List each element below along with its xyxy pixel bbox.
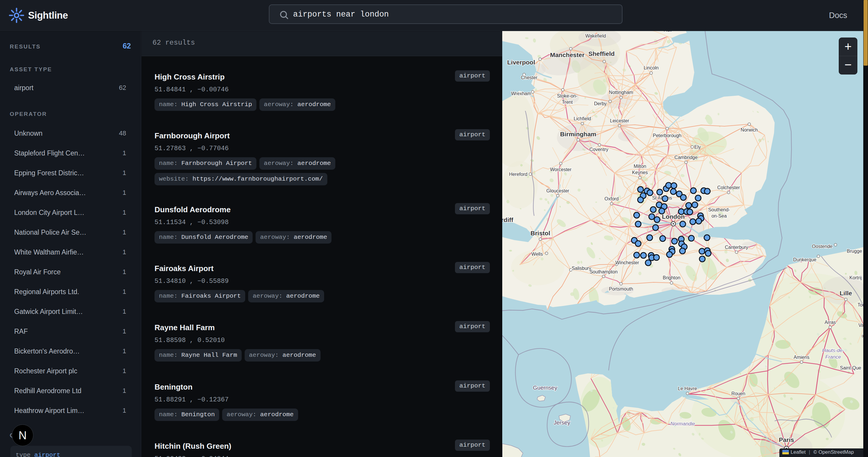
- svg-text:Coventry: Coventry: [589, 147, 608, 152]
- svg-text:Sheffield: Sheffield: [589, 50, 615, 57]
- svg-text:Stoke-on-: Stoke-on-: [557, 93, 577, 98]
- svg-text:Manchester: Manchester: [550, 52, 585, 58]
- svg-text:Hereford: Hereford: [509, 172, 527, 177]
- svg-text:Wrexham: Wrexham: [511, 91, 531, 96]
- svg-text:Birmingham: Birmingham: [560, 131, 596, 138]
- svg-text:Oostende: Oostende: [812, 244, 832, 249]
- svg-text:ardiff: ardiff: [502, 216, 514, 223]
- svg-text:Ely: Ely: [694, 145, 701, 150]
- svg-text:Kortrij: Kortrij: [849, 275, 862, 280]
- svg-text:Dunkerque: Dunkerque: [793, 257, 816, 262]
- svg-text:France: France: [826, 354, 841, 360]
- svg-text:Southend-: Southend-: [708, 207, 730, 212]
- svg-text:Normandie: Normandie: [670, 421, 695, 427]
- svg-text:Gloucester: Gloucester: [546, 188, 569, 193]
- svg-text:Liverpool: Liverpool: [507, 59, 535, 66]
- svg-text:Salisbury: Salisbury: [572, 266, 591, 271]
- svg-text:Lichfield: Lichfield: [574, 116, 591, 121]
- svg-text:Canterbury: Canterbury: [725, 245, 748, 250]
- svg-text:Jersey: Jersey: [554, 420, 570, 426]
- svg-text:Portsmouth: Portsmouth: [609, 286, 633, 292]
- svg-text:Trent: Trent: [562, 100, 573, 104]
- svg-text:Hauts-de-: Hauts-de-: [822, 347, 844, 353]
- svg-text:Bristol: Bristol: [531, 230, 550, 237]
- svg-text:Worcester: Worcester: [550, 167, 572, 172]
- svg-text:Brighton: Brighton: [663, 275, 680, 280]
- svg-text:Colchester: Colchester: [717, 185, 740, 190]
- svg-text:Cambridge: Cambridge: [675, 155, 698, 160]
- svg-text:Amiens: Amiens: [794, 355, 809, 360]
- svg-text:Norwich: Norwich: [741, 127, 758, 132]
- svg-text:Paris: Paris: [779, 436, 794, 443]
- svg-text:Oxford: Oxford: [604, 196, 619, 201]
- svg-text:Keynes: Keynes: [632, 170, 648, 175]
- svg-text:Southampton: Southampton: [589, 269, 617, 274]
- svg-text:Derby: Derby: [594, 101, 607, 106]
- svg-text:Lincoln: Lincoln: [644, 65, 659, 70]
- svg-text:Saint-Que: Saint-Que: [840, 365, 861, 370]
- svg-text:Rouen: Rouen: [731, 391, 745, 396]
- svg-text:Wakefield: Wakefield: [585, 33, 606, 38]
- svg-text:Wells: Wells: [531, 251, 543, 256]
- svg-text:Leicester: Leicester: [610, 118, 629, 123]
- svg-text:Chester: Chester: [521, 75, 538, 80]
- svg-text:Milton: Milton: [634, 164, 646, 169]
- svg-text:Lille: Lille: [840, 290, 852, 297]
- svg-text:Winchester: Winchester: [615, 260, 639, 265]
- svg-text:Hull: Hull: [663, 31, 672, 32]
- svg-text:Le Havre: Le Havre: [678, 386, 697, 391]
- svg-text:Guernsey: Guernsey: [533, 385, 557, 391]
- svg-text:Arras: Arras: [825, 320, 836, 325]
- svg-text:Brugge: Brugge: [847, 249, 862, 254]
- svg-text:Peterborough: Peterborough: [653, 133, 682, 138]
- svg-text:Nottingham: Nottingham: [609, 90, 633, 95]
- svg-text:on-Sea: on-Sea: [711, 213, 727, 218]
